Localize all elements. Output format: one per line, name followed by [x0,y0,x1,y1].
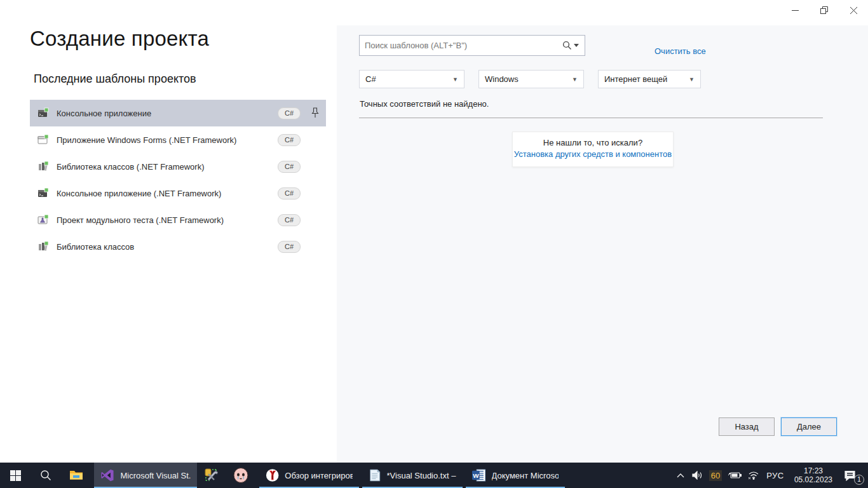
close-button[interactable] [839,0,868,20]
template-item-console-app[interactable]: Консольное приложение C# [30,100,326,126]
install-components-link[interactable]: Установка других средств и компонентов [513,149,673,159]
window-controls [780,0,868,20]
tray-chevron-up-icon[interactable] [672,473,689,478]
language-badge: C# [278,161,301,173]
language-indicator[interactable]: РУС [763,471,788,480]
notification-count-badge: 1 [854,475,864,485]
results-divider [359,118,823,118]
no-match-message: Точных соответствий не найдено. [360,99,489,109]
search-icon [40,470,51,481]
visual-studio-icon [100,468,114,483]
language-badge: C# [278,241,301,253]
project-type-filter-dropdown[interactable]: Интернет вещей ▼ [598,70,701,88]
not-found-question: Не нашли то, что искали? [513,138,673,147]
search-icon[interactable] [562,41,585,50]
battery-charging-icon[interactable] [724,471,745,479]
chevron-down-icon: ▼ [452,76,458,83]
taskbar-visual-studio-button[interactable]: Microsoft Visual St... [94,463,197,488]
file-explorer-button[interactable] [61,463,92,488]
svg-text:W: W [473,472,479,479]
template-item-console-netfw[interactable]: Консольное приложение (.NET Framework) C… [30,180,326,207]
taskbar-app-label: Документ Microso... [492,471,559,480]
start-button[interactable] [0,463,31,488]
recent-templates-list: Консольное приложение C# Приложение Wind… [30,100,326,260]
chevron-down-icon: ▼ [572,76,578,83]
taskbar-clock[interactable]: 17:23 05.02.2023 [794,466,832,484]
pin-icon[interactable] [311,107,320,119]
page-title: Создание проекта [30,27,209,51]
battery-percent-value: 60 [709,470,722,481]
yandex-browser-icon [266,468,279,483]
results-pane [337,25,868,463]
next-button[interactable]: Далее [781,417,837,436]
taskbar-browser-button[interactable]: Обзор интегриров... [259,463,359,488]
unit-test-icon [37,214,49,226]
template-label: Библиотека классов (.NET Framework) [57,162,270,172]
language-badge: C# [278,107,301,119]
language-badge: C# [278,187,301,200]
console-app-icon [37,107,49,119]
isaac-game-pinned-icon[interactable] [226,463,255,488]
language-badge: C# [278,134,301,146]
volume-icon[interactable] [689,471,707,480]
platform-filter-dropdown[interactable]: Windows ▼ [478,70,584,88]
game-tools-pinned-icon[interactable] [197,463,226,488]
console-app-icon [37,187,49,199]
template-item-winforms[interactable]: Приложение Windows Forms (.NET Framework… [30,126,326,153]
template-label: Консольное приложение (.NET Framework) [57,189,270,198]
template-item-unittest[interactable]: Проект модульного теста (.NET Framework)… [30,207,326,233]
notepad-icon [369,468,381,483]
back-button[interactable]: Назад [719,417,775,436]
search-input[interactable] [360,36,562,55]
chevron-down-icon [574,44,579,48]
template-label: Консольное приложение [57,109,270,118]
taskbar-word-button[interactable]: W Документ Microso... [466,463,565,488]
taskbar-app-label: *Visual Studio.txt – ... [387,471,456,480]
taskbar-search-button[interactable] [31,463,61,488]
taskbar-app-label: Microsoft Visual St... [120,471,191,480]
restore-button[interactable] [810,0,839,20]
clock-time: 17:23 [794,466,832,475]
language-filter-dropdown[interactable]: C# ▼ [359,70,465,88]
template-label: Приложение Windows Forms (.NET Framework… [57,135,270,145]
system-tray: 60 РУС 17:23 05.02.2023 [672,463,868,488]
minimize-button[interactable] [780,0,810,20]
language-badge: C# [278,214,301,226]
recent-templates-heading: Последние шаблоны проектов [34,72,196,86]
clear-all-link[interactable]: Очистить все [654,46,706,56]
taskbar-app-label: Обзор интегриров... [285,471,353,480]
action-center-icon[interactable]: 1 [840,470,859,481]
template-item-classlib-netfw[interactable]: Библиотека классов (.NET Framework) C# [30,153,326,180]
language-value: РУС [766,471,784,480]
chevron-down-icon: ▼ [689,76,695,83]
project-type-filter-value: Интернет вещей [604,74,667,84]
not-found-box: Не нашли то, что искали? Установка други… [512,132,674,167]
folder-icon [69,470,83,481]
clock-date: 05.02.2023 [794,475,832,484]
platform-filter-value: Windows [485,74,519,84]
template-search [359,35,585,56]
class-library-icon [37,241,49,252]
template-item-classlib[interactable]: Библиотека классов C# [30,233,326,260]
template-label: Библиотека классов [57,242,270,252]
taskbar-notepad-button[interactable]: *Visual Studio.txt – ... [362,463,463,488]
winforms-app-icon [37,134,49,146]
language-filter-value: C# [365,74,376,84]
taskbar: Microsoft Visual St... Обзор интегриров.… [0,463,868,488]
wifi-icon[interactable] [745,471,763,480]
word-icon: W [472,468,486,482]
template-label: Проект модульного теста (.NET Framework) [57,215,270,225]
class-library-icon [37,161,49,172]
battery-percent-indicator[interactable]: 60 [707,470,724,481]
create-project-dialog: Создание проекта Последние шаблоны проек… [0,0,868,463]
